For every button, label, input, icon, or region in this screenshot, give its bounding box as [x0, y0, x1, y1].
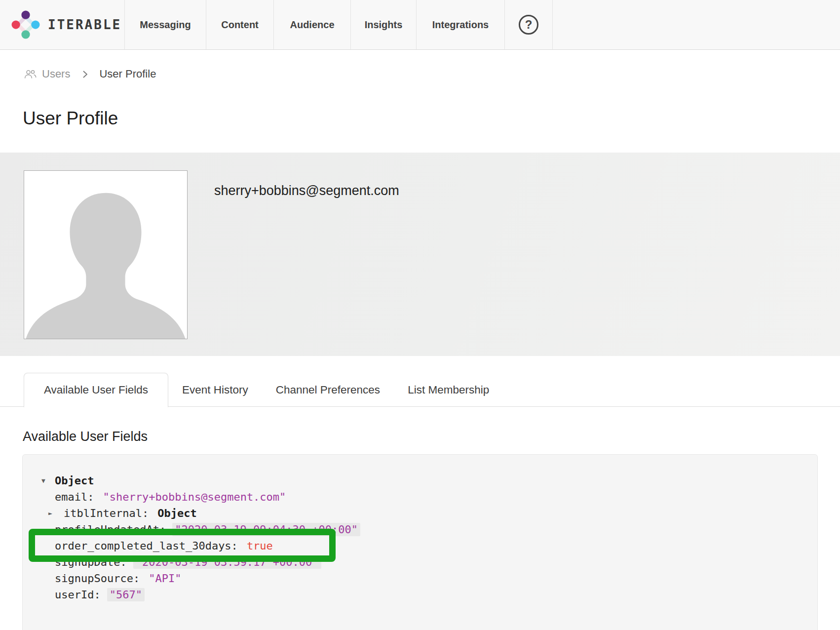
brand[interactable]: ITERABLE	[0, 0, 124, 49]
tab-available-user-fields[interactable]: Available User Fields	[24, 373, 168, 407]
profile-hero: sherry+bobbins@segment.com	[0, 153, 840, 356]
nav-item-audience[interactable]: Audience	[273, 0, 350, 49]
field-row-signupdate: signupDate: "2020-03-19 03:59:17 +00:00"	[41, 554, 807, 570]
field-key: profileUpdatedAt:	[55, 523, 166, 536]
field-key: signupDate:	[55, 556, 127, 568]
field-key: signupSource:	[55, 572, 140, 585]
breadcrumb: Users User Profile	[24, 68, 840, 80]
brand-name: ITERABLE	[48, 17, 121, 32]
field-row-signupsource: signupSource: "API"	[41, 570, 807, 587]
tab-event-history[interactable]: Event History	[168, 373, 262, 407]
nav-item-insights[interactable]: Insights	[350, 0, 416, 49]
user-email: sherry+bobbins@segment.com	[214, 183, 399, 198]
top-nav: ITERABLE Messaging Content Audience Insi…	[0, 0, 840, 50]
iterable-logo-icon	[11, 10, 40, 39]
field-row-userid: userId: "567"	[41, 587, 807, 603]
field-value: "567"	[107, 588, 145, 601]
profile-tabs: Available User Fields Event History Chan…	[0, 373, 840, 407]
nav-item-content[interactable]: Content	[206, 0, 273, 49]
collapse-triangle-icon[interactable]: ▼	[41, 477, 55, 484]
field-value: Object	[155, 507, 199, 520]
field-value: "2020-03-19 09:04:30 +00:00"	[172, 523, 360, 536]
tree-root-row: ▼ Object	[41, 472, 807, 489]
field-row-itblinternal: ► itblInternal: Object	[41, 505, 807, 521]
tab-list-membership[interactable]: List Membership	[394, 373, 503, 407]
avatar	[24, 170, 188, 339]
field-value: "sherry+bobbins@segment.com"	[100, 490, 288, 504]
help-question-icon: ?	[519, 15, 538, 35]
nav-item-messaging[interactable]: Messaging	[124, 0, 206, 49]
breadcrumb-users-label: Users	[42, 68, 70, 80]
expand-triangle-icon[interactable]: ►	[41, 510, 64, 517]
field-value: "API"	[146, 572, 184, 585]
help-button[interactable]: ?	[504, 0, 553, 49]
breadcrumb-current: User Profile	[99, 68, 156, 80]
field-row-order-completed-last-30days: order_completed_last_30days: true	[41, 538, 807, 554]
section-heading: Available User Fields	[23, 429, 840, 444]
field-key: order_completed_last_30days:	[55, 540, 238, 552]
breadcrumb-separator-icon	[82, 69, 88, 79]
field-value: "2020-03-19 03:59:17 +00:00"	[133, 555, 321, 569]
nav-item-integrations[interactable]: Integrations	[416, 0, 504, 49]
field-key: email:	[55, 491, 94, 503]
tab-channel-preferences[interactable]: Channel Preferences	[262, 373, 394, 407]
field-value: true	[244, 539, 275, 552]
field-row-profileupdatedat: profileUpdatedAt: "2020-03-19 09:04:30 +…	[41, 521, 807, 538]
tree-root-label: Object	[55, 474, 94, 487]
page-title: User Profile	[23, 108, 840, 129]
avatar-placeholder-silhouette	[24, 172, 187, 339]
field-row-email: email: "sherry+bobbins@segment.com"	[41, 489, 807, 505]
field-key: userId:	[55, 589, 101, 601]
field-key: itblInternal:	[64, 507, 149, 519]
user-fields-panel: ▼ Object email: "sherry+bobbins@segment.…	[22, 454, 818, 630]
breadcrumb-users-link[interactable]: Users	[24, 68, 70, 80]
users-icon	[24, 69, 37, 79]
